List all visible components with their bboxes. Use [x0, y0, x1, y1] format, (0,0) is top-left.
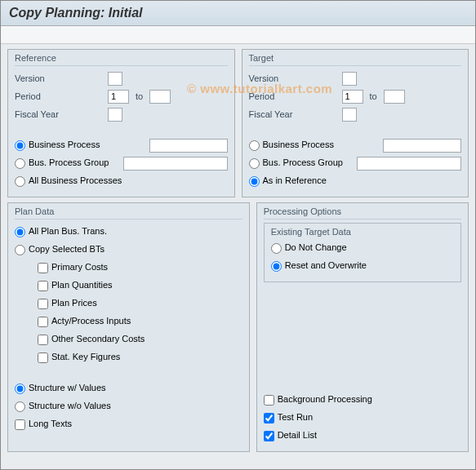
cb-acty-label[interactable]: Acty/Process Inputs: [38, 316, 131, 327]
cb-test-label[interactable]: Test Run: [264, 412, 313, 423]
cb-othsec-label[interactable]: Other Secondary Costs: [38, 334, 145, 345]
target-title: Target: [249, 53, 462, 66]
cb-bg-label[interactable]: Background Processing: [264, 394, 372, 406]
ref-bp-radio-label[interactable]: Business Process: [15, 140, 100, 151]
plan-snv-radio-label[interactable]: Structure w/o Values: [15, 401, 111, 412]
tgt-to-label: to: [367, 91, 380, 101]
cb-detail-label[interactable]: Detail List: [264, 430, 317, 441]
ref-period-label: Period: [15, 91, 105, 101]
cb-othsec[interactable]: [38, 335, 48, 345]
tgt-period-to-input[interactable]: [384, 90, 405, 104]
cb-bg[interactable]: [264, 395, 274, 406]
etd-dnc-radio-label[interactable]: Do Not Change: [271, 242, 347, 254]
tgt-bpg-input[interactable]: [357, 157, 461, 171]
tgt-asref-radio[interactable]: [249, 176, 260, 187]
processing-options-panel: Processing Options Existing Target Data …: [256, 202, 469, 452]
ref-to-label: to: [132, 91, 146, 101]
etd-rao-radio[interactable]: [271, 261, 282, 272]
etd-title: Existing Target Data: [271, 227, 454, 237]
plan-data-panel: Plan Data All Plan Bus. Trans. Copy Sele…: [7, 202, 250, 452]
reference-title: Reference: [15, 53, 228, 66]
reference-panel: Reference Version Period to Fiscal Year: [7, 49, 235, 197]
tgt-bp-radio[interactable]: [249, 140, 260, 151]
ref-bpg-radio[interactable]: [15, 158, 25, 169]
plan-title: Plan Data: [15, 206, 242, 219]
etd-rao-radio-label[interactable]: Reset and Overwrite: [271, 260, 367, 272]
tgt-bp-radio-label[interactable]: Business Process: [249, 140, 334, 151]
content-area: © www.tutorialkart.com Reference Version…: [1, 44, 475, 462]
cb-qty-label[interactable]: Plan Quantities: [38, 280, 113, 291]
cb-long-label[interactable]: Long Texts: [15, 419, 72, 430]
page-title: Copy Planning: Initial: [1, 1, 475, 26]
plan-sel-radio[interactable]: [15, 245, 25, 255]
toolbar: [1, 26, 475, 44]
proc-title: Processing Options: [264, 206, 461, 219]
tgt-bp-input[interactable]: [383, 139, 461, 153]
ref-fiscal-input[interactable]: [108, 108, 122, 122]
ref-bp-radio[interactable]: [15, 140, 25, 151]
target-panel: Target Version Period to Fiscal Year: [242, 49, 469, 197]
plan-all-radio-label[interactable]: All Plan Bus. Trans.: [15, 226, 107, 237]
etd-dnc-radio[interactable]: [271, 243, 282, 254]
tgt-period-label: Period: [249, 91, 339, 101]
cb-long[interactable]: [15, 419, 25, 430]
cb-test[interactable]: [264, 413, 274, 423]
ref-version-input[interactable]: [108, 72, 122, 86]
cb-prices[interactable]: [38, 299, 48, 309]
tgt-version-input[interactable]: [342, 72, 357, 86]
ref-period-to-input[interactable]: [149, 90, 171, 104]
ref-bpg-input[interactable]: [123, 157, 228, 171]
tgt-fiscal-input[interactable]: [342, 108, 357, 122]
tgt-period-from-input[interactable]: [342, 90, 363, 104]
main-window: Copy Planning: Initial © www.tutorialkar…: [0, 0, 476, 470]
ref-all-radio[interactable]: [15, 176, 25, 187]
ref-bpg-radio-label[interactable]: Bus. Process Group: [15, 157, 109, 169]
ref-bp-input[interactable]: [149, 139, 228, 153]
plan-snv-radio[interactable]: [15, 401, 25, 412]
cb-detail[interactable]: [264, 431, 274, 441]
tgt-bpg-radio-label[interactable]: Bus. Process Group: [249, 157, 343, 169]
cb-qty[interactable]: [38, 281, 48, 291]
cb-skf-label[interactable]: Stat. Key Figures: [38, 352, 120, 363]
ref-version-label: Version: [15, 73, 105, 83]
tgt-version-label: Version: [249, 73, 339, 83]
plan-sv-radio-label[interactable]: Structure w/ Values: [15, 383, 106, 394]
ref-fiscal-label: Fiscal Year: [15, 109, 105, 119]
cb-primary[interactable]: [38, 263, 48, 273]
ref-all-radio-label[interactable]: All Business Processes: [15, 175, 122, 187]
cb-acty[interactable]: [38, 317, 48, 327]
tgt-asref-radio-label[interactable]: As in Reference: [249, 175, 327, 187]
cb-primary-label[interactable]: Primary Costs: [38, 262, 108, 273]
cb-skf[interactable]: [38, 352, 48, 363]
plan-sel-radio-label[interactable]: Copy Selected BTs: [15, 244, 105, 255]
plan-all-radio[interactable]: [15, 227, 25, 237]
tgt-fiscal-label: Fiscal Year: [249, 109, 339, 119]
plan-sv-radio[interactable]: [15, 384, 25, 394]
existing-target-data-box: Existing Target Data Do Not Change Reset…: [264, 223, 461, 282]
ref-period-from-input[interactable]: [108, 90, 129, 104]
cb-prices-label[interactable]: Plan Prices: [38, 298, 97, 309]
tgt-bpg-radio[interactable]: [249, 158, 260, 169]
